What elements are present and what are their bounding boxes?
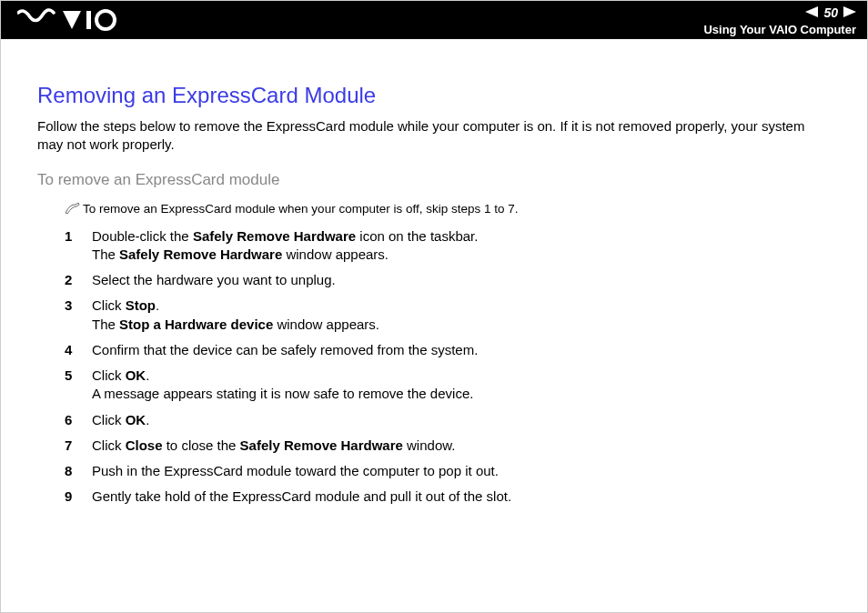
- note-icon: [65, 202, 83, 218]
- step-row: 4Confirm that the device can be safely r…: [65, 341, 831, 359]
- step-row: 3Click Stop.The Stop a Hardware device w…: [65, 296, 831, 334]
- step-number: 3: [65, 296, 92, 315]
- step-number: 7: [65, 437, 92, 455]
- step-row: 5Click OK.A message appears stating it i…: [65, 367, 831, 404]
- document-page: 50 Using Your VAIO Computer Removing an …: [0, 0, 868, 613]
- step-number: 4: [65, 341, 92, 359]
- prev-page-arrow[interactable]: [805, 5, 818, 21]
- sub-heading: To remove an ExpressCard module: [37, 171, 831, 189]
- header-bar: 50 Using Your VAIO Computer: [1, 1, 867, 39]
- step-row: 2Select the hardware you want to unplug.: [65, 271, 831, 289]
- svg-marker-3: [843, 6, 856, 17]
- step-row: 9Gently take hold of the ExpressCard mod…: [65, 487, 831, 506]
- intro-text: Follow the steps below to remove the Exp…: [37, 117, 831, 155]
- bold-term: Safely Remove Hardware: [119, 246, 282, 262]
- step-body: Select the hardware you want to unplug.: [92, 271, 831, 289]
- step-body: Click OK.A message appears stating it is…: [92, 367, 831, 404]
- note-row: To remove an ExpressCard module when you…: [65, 202, 831, 218]
- step-body: Gently take hold of the ExpressCard modu…: [92, 487, 831, 506]
- page-title: Removing an ExpressCard Module: [37, 83, 831, 108]
- step-body: Push in the ExpressCard module toward th…: [92, 462, 831, 480]
- step-number: 9: [65, 487, 92, 506]
- step-row: 1Double-click the Safely Remove Hardware…: [65, 227, 831, 265]
- bold-term: Close: [126, 437, 163, 453]
- bold-term: OK: [126, 412, 146, 427]
- page-content: Removing an ExpressCard Module Follow th…: [1, 39, 867, 507]
- step-body: Click Stop.The Stop a Hardware device wi…: [92, 296, 831, 334]
- step-number: 6: [65, 411, 92, 429]
- bold-term: Stop a Hardware device: [119, 317, 273, 332]
- bold-term: OK: [126, 367, 146, 383]
- step-number: 8: [65, 462, 92, 480]
- step-row: 7Click Close to close the Safely Remove …: [65, 437, 831, 455]
- step-body: Confirm that the device can be safely re…: [92, 341, 831, 359]
- step-row: 8Push in the ExpressCard module toward t…: [65, 462, 831, 480]
- bold-term: Safely Remove Hardware: [240, 437, 403, 453]
- step-number: 5: [65, 367, 92, 385]
- vaio-logo: [17, 8, 117, 32]
- step-body: Click OK.: [92, 411, 831, 429]
- note-text: To remove an ExpressCard module when you…: [83, 202, 518, 216]
- header-nav: 50 Using Your VAIO Computer: [703, 5, 856, 36]
- page-number: 50: [823, 5, 838, 20]
- step-body: Click Close to close the Safely Remove H…: [92, 437, 831, 455]
- next-page-arrow[interactable]: [843, 5, 856, 21]
- step-row: 6Click OK.: [65, 411, 831, 429]
- section-label: Using Your VAIO Computer: [703, 23, 856, 36]
- svg-marker-2: [805, 6, 818, 17]
- step-number: 2: [65, 271, 92, 289]
- bold-term: Safely Remove Hardware: [193, 228, 356, 244]
- svg-rect-0: [86, 11, 91, 29]
- bold-term: Stop: [126, 297, 156, 313]
- step-number: 1: [65, 227, 92, 246]
- svg-point-1: [96, 11, 115, 29]
- step-body: Double-click the Safely Remove Hardware …: [92, 227, 831, 265]
- steps-list: 1Double-click the Safely Remove Hardware…: [65, 227, 831, 507]
